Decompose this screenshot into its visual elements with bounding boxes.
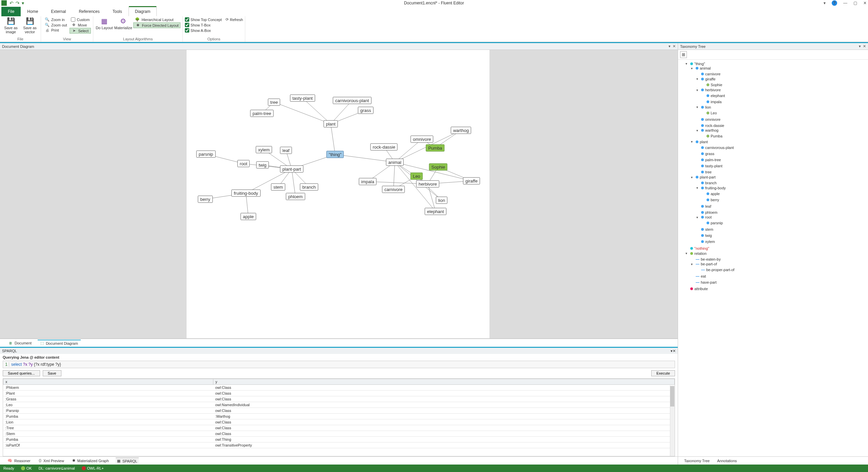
hierarchical-layout-button[interactable]: 🌳Hierarchical Layout (133, 17, 180, 22)
tree-node-bepart[interactable]: ▾—be-part-of (691, 262, 717, 266)
graph-node-plantpart[interactable]: plant-part (280, 166, 304, 173)
tree-node-warthog[interactable]: ▾warthog (696, 128, 718, 132)
tree-node-carnivore[interactable]: carnivore (696, 72, 720, 76)
sparql-code-editor[interactable]: 1 select ?x ?y {?x rdf:type ?y} (3, 361, 675, 368)
taxonomy-tree[interactable]: ▾"thing" ▾animal carnivore ▾giraffe Soph… (678, 60, 868, 456)
tree-node-palmtree[interactable]: palm-tree (696, 158, 721, 162)
graph-node-impala[interactable]: impala (359, 178, 377, 185)
result-row[interactable]: :Parsnipowl:Class (3, 408, 675, 414)
execute-query-button[interactable]: Execute (651, 370, 675, 376)
graph-node-omnivore[interactable]: omnivore (410, 136, 433, 143)
diagram-canvas[interactable]: "thing"planttasty-plantcarnivorous-plant… (0, 50, 678, 339)
tree-node-nothing[interactable]: "nothing" (686, 246, 709, 250)
graph-node-lion[interactable]: lion (436, 197, 447, 204)
graph-node-palmtree[interactable]: palm-tree (250, 110, 274, 117)
tree-node-giraffe[interactable]: ▾giraffe (696, 77, 715, 81)
col-header-y[interactable]: y (213, 379, 674, 385)
graph-node-warthog[interactable]: warthog (451, 127, 471, 134)
tree-node-sophie[interactable]: Sophie (702, 83, 722, 87)
tree-node-omnivore[interactable]: omnivore (696, 117, 720, 121)
graph-node-pumba[interactable]: Pumba (426, 145, 444, 152)
undo-button[interactable]: ↶ (9, 0, 14, 6)
tree-node-herbivore[interactable]: ▾herbivore (696, 88, 721, 92)
taxonomy-close-button[interactable]: ✕ (863, 44, 866, 48)
tree-node-stem[interactable]: stem (696, 227, 713, 231)
zoom-out-button[interactable]: 🔍Zoom out (43, 22, 68, 27)
tree-node-berry[interactable]: berry (702, 198, 719, 202)
tree-node-grass[interactable]: grass (696, 152, 714, 156)
tree-node-root[interactable]: ▾root (696, 215, 712, 219)
graph-node-twig[interactable]: twig (256, 162, 269, 169)
graph-node-carnplant[interactable]: carnivorous-plant (333, 97, 371, 104)
tab-references[interactable]: References (72, 7, 106, 16)
graph-node-elephant[interactable]: elephant (425, 208, 446, 215)
tab-document-diagram[interactable]: ⬚Document Diagram (38, 340, 81, 346)
save-as-image-button[interactable]: 💾Save as image (2, 17, 20, 34)
tree-node-rockdassie[interactable]: rock-dassie (696, 124, 724, 128)
tree-node-impala[interactable]: impala (702, 100, 721, 104)
show-tbox-checkbox[interactable]: Show T-Box (185, 22, 243, 27)
tree-node-relation[interactable]: ▾relation (686, 251, 707, 256)
taxonomy-dropdown-button[interactable]: ▾ (859, 44, 861, 48)
tree-node-attribute[interactable]: attribute (686, 287, 708, 291)
result-row[interactable]: :Plantowl:Class (3, 391, 675, 396)
force-layout-button[interactable]: ✱Force Directed Layout (133, 22, 180, 28)
close-button[interactable]: ✕ (863, 1, 867, 5)
graph-node-apple[interactable]: apple (240, 213, 256, 220)
col-header-x[interactable]: x (3, 379, 213, 385)
materialize-button[interactable]: ⚙Materialize (114, 17, 132, 30)
tree-node-leaf[interactable]: leaf (696, 204, 711, 208)
save-query-button[interactable]: Save (43, 370, 61, 376)
panel-close-button[interactable]: ✕ (673, 44, 676, 48)
result-row[interactable]: :Lionowl:Class (3, 419, 675, 425)
tree-node-apple[interactable]: apple (702, 192, 720, 196)
result-row[interactable]: :Pumbaowl:Thing (3, 437, 675, 442)
move-button[interactable]: ✥Move (70, 22, 91, 27)
graph-node-xylem[interactable]: xylem (256, 146, 272, 153)
save-as-vector-button[interactable]: 💾Save as vector (21, 17, 39, 34)
graph-node-animal[interactable]: animal (386, 159, 404, 166)
graph-node-herbivore[interactable]: herbivore (416, 181, 439, 188)
tab-diagram[interactable]: Diagram (129, 7, 157, 16)
ribbon-options-button[interactable]: ▾ (824, 1, 826, 5)
graph-node-phloem[interactable]: phloem (286, 193, 305, 200)
tab-home[interactable]: Home (21, 7, 44, 16)
graph-node-thing[interactable]: "thing" (326, 151, 344, 158)
result-row[interactable]: :Phloemowl:Class (3, 385, 675, 391)
graph-node-root[interactable]: root (237, 160, 250, 167)
graph-node-branch[interactable]: branch (300, 184, 318, 191)
tree-node-plantpart[interactable]: ▾plant-part (691, 175, 715, 179)
tree-node-eat[interactable]: —eat (691, 274, 706, 278)
minimize-button[interactable]: — (843, 1, 847, 5)
graph-node-plant[interactable]: plant (324, 120, 338, 128)
tree-node-twig[interactable]: twig (696, 233, 712, 238)
saved-queries-button[interactable]: Saved queries... (3, 370, 40, 376)
tree-node-lion[interactable]: ▾lion (696, 105, 711, 109)
tab-file[interactable]: File (1, 7, 21, 16)
tree-node-plant[interactable]: ▾plant (691, 140, 708, 144)
sparql-close-button[interactable]: ✕ (673, 349, 676, 353)
tree-node-carnplant[interactable]: carnivorous-plant (696, 146, 734, 150)
graph-node-berry[interactable]: berry (198, 196, 213, 203)
graph-node-sophie[interactable]: Sophie (429, 164, 447, 171)
result-row[interactable]: :isPartOfowl:TransitiveProperty (3, 442, 675, 448)
maximize-button[interactable]: ▢ (853, 1, 857, 5)
tree-node-thing[interactable]: ▾"thing" (686, 62, 705, 66)
do-layout-button[interactable]: ▦Do Layout (95, 17, 113, 30)
tree-node-elephant[interactable]: elephant (702, 94, 725, 98)
qat-more-button[interactable]: ▾ (22, 0, 24, 6)
ttab-annotations[interactable]: Annotations (715, 459, 737, 463)
graph-node-leaf[interactable]: leaf (280, 147, 292, 154)
btab-reasoner[interactable]: 🧠Reasoner (6, 458, 32, 464)
btab-sparql[interactable]: ▦SPARQL (116, 457, 139, 464)
zoom-in-button[interactable]: 🔍Zoom in (43, 17, 68, 22)
tree-node-pumba[interactable]: Pumba (702, 134, 722, 138)
tree-node-beproper[interactable]: —be-proper-part-of (696, 268, 734, 272)
tree-node-animal[interactable]: ▾animal (691, 66, 711, 70)
print-button[interactable]: 🖨Print (43, 28, 68, 33)
graph-node-tree[interactable]: tree (268, 99, 280, 106)
taxonomy-toolbar-button[interactable]: ⊞ (680, 51, 687, 58)
result-row[interactable]: :Leoowl:NamedIndividual (3, 402, 675, 408)
graph-node-carnivore[interactable]: carnivore (382, 186, 405, 193)
tab-tools[interactable]: Tools (106, 7, 129, 16)
